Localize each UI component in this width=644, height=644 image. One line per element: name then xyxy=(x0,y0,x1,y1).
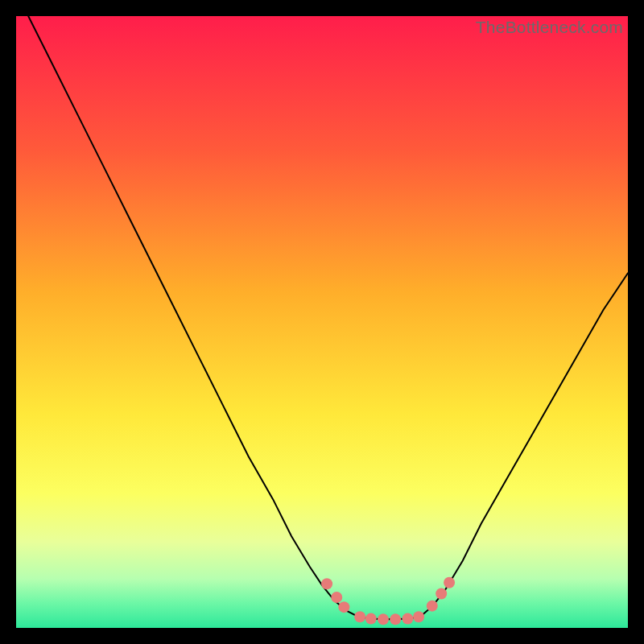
watermark-label: TheBottleneck.com xyxy=(476,18,623,37)
valley-marker xyxy=(378,613,389,625)
valley-marker xyxy=(436,588,447,599)
valley-marker xyxy=(413,611,424,622)
chart-svg xyxy=(16,16,628,628)
valley-marker xyxy=(365,613,377,625)
valley-marker xyxy=(402,613,413,625)
valley-marker xyxy=(321,578,332,589)
valley-marker xyxy=(331,592,342,603)
valley-marker xyxy=(338,601,349,613)
chart-frame: TheBottleneck.com xyxy=(16,16,628,628)
gradient-background xyxy=(16,16,628,628)
valley-marker xyxy=(444,577,455,588)
valley-marker xyxy=(390,613,401,625)
valley-marker xyxy=(427,601,438,612)
valley-marker xyxy=(354,611,365,622)
